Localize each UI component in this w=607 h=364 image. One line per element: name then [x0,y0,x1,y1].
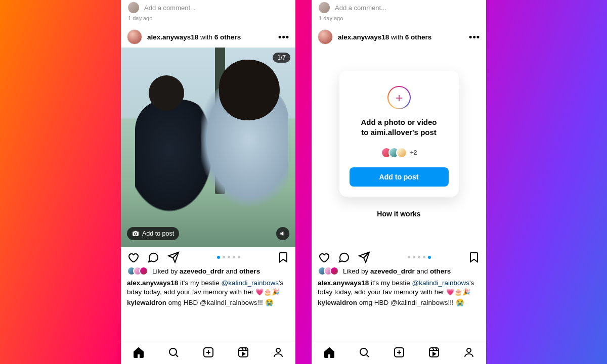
phone-left: Add a comment... 1 day ago alex.anyways1… [121,0,295,364]
nav-profile[interactable] [272,346,284,358]
comment-icon [338,251,350,263]
post-caption: alex.anyways18 it's my bestie @kalindi_r… [312,278,486,298]
profile-icon [463,346,475,358]
like-button[interactable] [127,251,139,263]
comment-button[interactable] [147,251,159,263]
nav-create[interactable] [202,346,214,358]
nav-home[interactable] [323,346,335,358]
post-header: alex.anyways18 with 6 others ••• [121,26,295,48]
carousel-dots [217,256,240,259]
contributors-more: +2 [410,149,417,156]
likes-row[interactable]: Liked by azevedo_drdr and others [121,264,295,278]
post-comment: kylewaldron omg HBD @kalindi_rainbows!!!… [312,298,486,307]
svg-rect-6 [429,348,439,357]
prev-post-time: 1 day ago [312,14,486,26]
nav-search[interactable] [358,346,370,358]
svg-rect-2 [239,348,248,357]
plus-square-icon [393,346,405,358]
post-comment: kylewaldron omg HBD @kalindi_rainbows!!!… [121,298,295,307]
contributor-avatar [396,147,407,158]
svg-point-4 [360,348,367,355]
bookmark-icon [468,251,480,263]
more-icon[interactable]: ••• [469,32,480,42]
prev-post-comment: Add a comment... [312,0,486,14]
post-username: alex.anyways18 [147,33,198,41]
nav-reels[interactable] [428,346,440,358]
profile-icon [272,346,284,358]
avatar-mini [128,2,139,13]
bookmark-icon [277,251,289,263]
collab-card-area[interactable]: ＋ Add a photo or video to aimi.allover's… [312,48,486,247]
bottom-nav [121,340,295,364]
post-actions [312,247,486,264]
post-author-line[interactable]: alex.anyways18 with 6 others [147,33,241,41]
post-actions [121,247,295,264]
nav-profile[interactable] [463,346,475,358]
collab-card: ＋ Add a photo or video to aimi.allover's… [339,71,459,197]
share-icon [358,251,370,263]
comment-icon [147,251,159,263]
avatar-mini [319,2,330,13]
dot-active [428,256,431,259]
add-to-post-chip-label: Add to post [142,230,174,237]
sound-toggle[interactable] [276,227,289,240]
nav-create[interactable] [393,346,405,358]
plus-square-icon [202,346,214,358]
liker-avatars [318,266,339,276]
prev-post-time: 1 day ago [121,14,295,26]
heart-icon [318,251,330,263]
post-author-line[interactable]: alex.anyways18 with 6 others [338,33,431,41]
comment-button[interactable] [338,251,350,263]
share-button[interactable] [167,251,180,263]
nav-home[interactable] [133,346,145,358]
carousel-counter: 1/7 [273,53,290,63]
home-icon [323,346,335,358]
contributors-row: +2 [381,147,417,158]
post-header: alex.anyways18 with 6 others ••• [312,26,486,48]
reels-icon [237,346,249,358]
likes-row[interactable]: Liked by azevedo_drdr and others [312,264,486,278]
prev-post-comment: Add a comment... [121,0,295,14]
svg-point-0 [169,348,177,355]
more-icon[interactable]: ••• [278,32,289,42]
carousel-dots [408,256,431,259]
add-comment-placeholder[interactable]: Add a comment... [144,4,196,12]
post-media[interactable]: 1/7 Add to post [121,48,295,247]
add-media-circle[interactable]: ＋ [387,86,411,109]
home-icon [133,346,145,358]
phone-right: Add a comment... 1 day ago alex.anyways1… [312,0,486,364]
save-button[interactable] [468,251,480,263]
save-button[interactable] [277,251,289,263]
avatar[interactable] [318,29,333,44]
share-icon [167,251,180,263]
svg-point-7 [467,348,471,352]
avatar[interactable] [127,29,142,44]
collab-card-title: Add a photo or video to aimi.allover's p… [361,117,437,137]
heart-icon [127,251,139,263]
add-comment-placeholder[interactable]: Add a comment... [335,4,386,12]
bottom-nav [312,340,486,364]
how-it-works-link[interactable]: How it works [377,210,420,218]
add-to-post-chip[interactable]: Add to post [127,227,179,240]
like-button[interactable] [318,251,330,263]
liker-avatars [127,266,148,276]
post-caption: alex.anyways18 it's my bestie @kalindi_r… [121,278,295,298]
camera-icon [132,230,139,237]
dot-active [217,256,220,259]
nav-search[interactable] [167,346,180,358]
nav-reels[interactable] [237,346,249,358]
add-to-post-button[interactable]: Add to post [350,167,449,187]
reels-icon [428,346,440,358]
speaker-icon [279,230,286,237]
search-icon [167,346,180,358]
plus-icon: ＋ [388,87,410,108]
share-button[interactable] [358,251,370,263]
svg-point-3 [276,348,280,352]
search-icon [358,346,370,358]
